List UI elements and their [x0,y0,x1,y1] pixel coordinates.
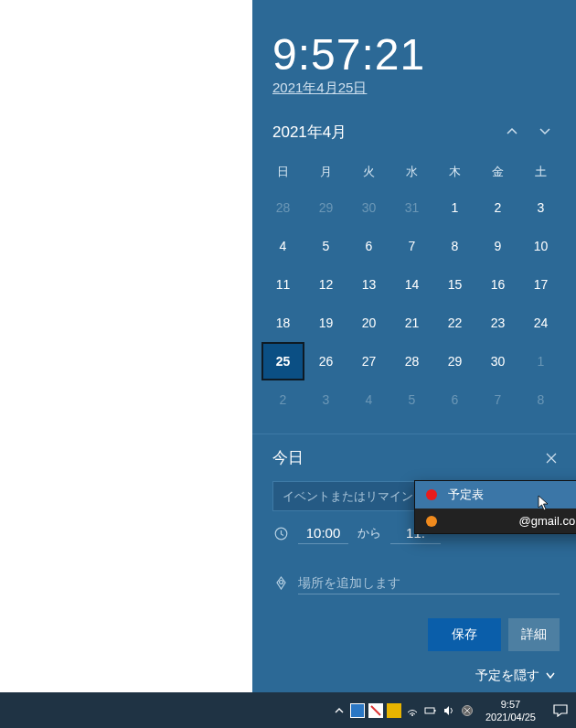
day-of-week-label: 火 [347,155,390,188]
calendar-day[interactable]: 10 [519,227,562,265]
calendar-day[interactable]: 13 [347,265,390,304]
close-icon [546,453,557,464]
day-of-week-label: 水 [390,155,433,188]
calendar-flyout: 9:57:21 2021年4月25日 2021年4月 日月火水木金土 28293… [252,0,576,692]
time-to-label: から [357,525,381,541]
calendar-day[interactable]: 21 [390,304,433,342]
calendar-day[interactable]: 22 [433,304,476,342]
color-dot-icon [426,516,437,527]
start-time-input[interactable] [298,522,348,544]
battery-icon[interactable] [421,692,440,728]
calendar-day[interactable]: 9 [476,227,519,265]
action-center-button[interactable] [545,692,576,728]
clock-date-link[interactable]: 2021年4月25日 [272,80,367,95]
calendar-day[interactable]: 31 [390,188,433,227]
location-row [272,572,560,594]
next-month-button[interactable] [528,115,561,148]
calendar-day-today[interactable]: 25 [261,342,304,380]
calendar-picker-dropdown: 予定表@gmail.com [414,480,576,534]
calendar-day[interactable]: 29 [433,342,476,380]
svg-point-1 [279,581,283,584]
chevron-up-icon [506,125,518,138]
day-of-week-label: 月 [304,155,347,188]
calendar-option-label: 予定表 [448,487,484,503]
chevron-down-icon [545,670,556,681]
agenda-title: 今日 [272,447,543,468]
close-button[interactable] [543,450,560,466]
system-tray: 9:57 2021/04/25 [330,692,576,728]
calendar-day[interactable]: 2 [261,380,304,419]
clock-icon [272,527,289,541]
prev-month-button[interactable] [496,115,528,148]
calendar-day[interactable]: 7 [390,227,433,265]
month-header: 2021年4月 [252,106,576,155]
day-of-week-label: 日 [261,155,304,188]
day-of-week-label: 土 [519,155,562,188]
calendar-day[interactable]: 3 [304,380,347,419]
calendar-day[interactable]: 15 [433,265,476,304]
svg-point-2 [411,714,413,716]
calendar-day[interactable]: 8 [433,227,476,265]
day-of-week-label: 金 [476,155,519,188]
tray-overflow-button[interactable] [330,692,348,728]
calendar-day[interactable]: 2 [476,188,519,227]
calendar-day[interactable]: 5 [390,380,433,419]
day-of-week-label: 木 [433,155,476,188]
agenda-section: 今日 から 保存 詳細 予定を隠す [252,434,576,693]
volume-icon[interactable] [440,692,458,728]
calendar-day[interactable]: 6 [347,227,390,265]
calendar-day[interactable]: 14 [390,265,433,304]
calendar-day[interactable]: 17 [519,265,562,304]
calendar-day[interactable]: 28 [261,188,304,227]
calendar-day[interactable]: 23 [476,304,519,342]
calendar-day[interactable]: 27 [347,342,390,380]
calendar-day[interactable]: 30 [476,342,519,380]
calendar-option[interactable]: 予定表 [415,481,576,509]
calendar-day[interactable]: 1 [433,188,476,227]
calendar-day[interactable]: 29 [304,188,347,227]
month-label[interactable]: 2021年4月 [272,122,496,143]
calendar-day[interactable]: 18 [261,304,304,342]
calendar-day[interactable]: 6 [433,380,476,419]
calendar-day[interactable]: 12 [304,265,347,304]
calendar-day[interactable]: 26 [304,342,347,380]
taskbar-clock[interactable]: 9:57 2021/04/25 [476,698,545,723]
hide-agenda-button[interactable]: 予定を隠す [272,664,560,693]
notification-icon [553,704,568,717]
calendar-day[interactable]: 8 [519,380,562,419]
chevron-up-icon [333,704,346,717]
button-row: 保存 詳細 [272,618,560,651]
location-input[interactable] [298,572,560,594]
calendar-grid: 日月火水木金土 28293031123456789101112131415161… [252,155,576,419]
location-icon [272,576,289,590]
calendar-day[interactable]: 16 [476,265,519,304]
calendar-day[interactable]: 24 [519,304,562,342]
cancel-icon[interactable] [458,692,476,728]
clock-section: 9:57:21 2021年4月25日 [252,0,576,106]
calendar-option-label: @gmail.com [448,514,576,528]
calendar-day[interactable]: 5 [304,227,347,265]
calendar-day[interactable]: 1 [519,342,562,380]
clock-time: 9:57:21 [272,29,576,80]
wifi-icon[interactable] [403,692,421,728]
tray-app-icon[interactable] [348,692,367,728]
calendar-day[interactable]: 30 [347,188,390,227]
chevron-down-icon [539,125,551,138]
svg-rect-4 [434,710,436,712]
save-button[interactable]: 保存 [428,618,501,651]
calendar-day[interactable]: 20 [347,304,390,342]
color-dot-icon [426,489,437,500]
tray-app-icon[interactable] [385,692,403,728]
calendar-day[interactable]: 28 [390,342,433,380]
detail-button[interactable]: 詳細 [508,618,560,651]
calendar-day[interactable]: 4 [261,227,304,265]
calendar-day[interactable]: 19 [304,304,347,342]
calendar-day[interactable]: 7 [476,380,519,419]
tray-app-icon[interactable] [367,692,385,728]
calendar-day[interactable]: 11 [261,265,304,304]
taskbar: 9:57 2021/04/25 [0,692,576,728]
svg-rect-3 [425,708,434,713]
calendar-day[interactable]: 4 [347,380,390,419]
calendar-day[interactable]: 3 [519,188,562,227]
calendar-option[interactable]: @gmail.com [415,509,576,533]
